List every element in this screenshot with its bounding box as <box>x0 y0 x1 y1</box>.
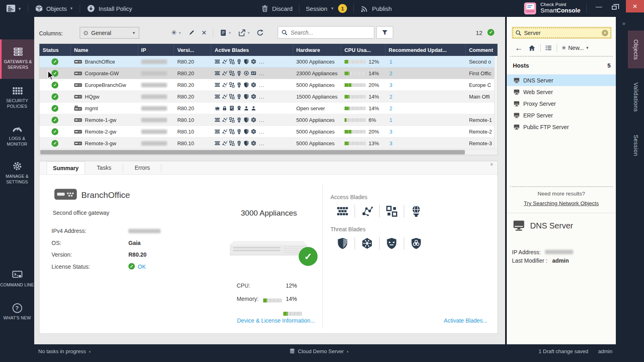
table-row-remote-2-gw[interactable]: ✓ Remote-2-gw R80.10 ... 5000 Appliances… <box>39 126 497 138</box>
recommended-updates-link[interactable]: 2 <box>386 68 466 79</box>
ips-blade-icon <box>244 94 249 99</box>
table-row-corporate-gw[interactable]: ✓ Corporate-GW R80.20 ... 23000 Applianc… <box>39 68 497 79</box>
column-header-recommended-updat[interactable]: Recommended Updat... <box>386 44 466 56</box>
host-item-web-server[interactable]: Web Server <box>507 86 616 98</box>
cpu-usage-bar <box>345 60 365 64</box>
sidebar-item-logs-monitor[interactable]: LOGS & MONITOR <box>0 123 34 147</box>
back-button[interactable]: ← <box>515 43 523 53</box>
discard-button[interactable]: Discard <box>261 4 293 12</box>
columns-profile-dropdown[interactable]: ⊙ General ▼ <box>80 27 139 39</box>
gateway-search[interactable] <box>278 26 374 39</box>
delete-button[interactable]: ✕ <box>201 29 206 37</box>
column-header-comment[interactable]: Comment <box>466 44 497 56</box>
tab-errors[interactable]: Errors <box>123 161 161 174</box>
host-item-erp-server[interactable]: ERP Server <box>507 109 616 121</box>
sidebar-item-security-policies[interactable]: SECURITY POLICIES <box>0 85 34 109</box>
crown-blade-icon <box>215 105 220 111</box>
clear-search-icon[interactable]: ✕ <box>602 30 608 36</box>
app-menu-button[interactable]: ▼ <box>6 3 21 14</box>
objects-search[interactable]: ✕ <box>512 27 611 39</box>
table-row-remote-1-gw[interactable]: ✓ Remote-1-gw R80.10 ... 5000 Appliances… <box>39 114 497 126</box>
collapse-pane-icon[interactable]: » <box>489 163 495 166</box>
recommended-updates-link[interactable]: 3 <box>386 138 466 149</box>
ips-blade-icon <box>244 129 249 134</box>
scripts-button[interactable]: ▼ <box>219 29 232 37</box>
summary-pane: Summary Tasks Errors » BranchOffice Seco… <box>39 161 498 334</box>
publish-button[interactable]: Publish <box>360 4 392 13</box>
tab-validations[interactable]: Validations <box>628 72 644 122</box>
os-label: OS: <box>52 240 61 246</box>
vpn-blade-icon <box>236 140 242 146</box>
install-policy-button[interactable]: Install Policy <box>87 4 132 13</box>
new-star-icon: ✳ <box>171 29 177 37</box>
home-button[interactable] <box>528 44 536 52</box>
table-row-remote-3-gw[interactable]: ✓ Remote-3-gw R80.10 ... 5000 Appliances… <box>39 138 497 149</box>
license-status-value[interactable]: OK <box>138 263 146 270</box>
tasks-status-label: No tasks in progress <box>38 348 86 354</box>
tab-summary[interactable]: Summary <box>47 161 85 174</box>
host-item-public-ftp-server[interactable]: Public FTP Server <box>507 121 616 133</box>
list-view-button[interactable] <box>545 44 552 51</box>
recommended-updates-link[interactable]: 1 <box>386 114 466 125</box>
install-policy-icon <box>87 4 95 13</box>
version-label: Version: <box>52 251 72 258</box>
recommended-updates-link[interactable]: 3 <box>386 79 466 90</box>
export-button[interactable]: ▼ <box>238 29 251 37</box>
activate-blades-link[interactable]: Activate Blades... <box>444 317 487 324</box>
column-header-versi[interactable]: Versi... <box>174 44 211 56</box>
objects-search-input[interactable] <box>524 30 592 36</box>
host-item-proxy-server[interactable]: Proxy Server <box>507 98 616 109</box>
tasks-status[interactable]: No tasks in progress ▲ <box>38 344 91 358</box>
brand-text: Check Point SmartConsole <box>541 2 580 14</box>
new-object-button[interactable]: ✳ New... ▼ <box>561 45 589 51</box>
table-row-hqgw[interactable]: ✓ HQgw R80.20 ... 15000 Appliances 14% 2… <box>39 91 497 103</box>
sidebar-item-whats-new[interactable]: ? WHAT'S NEW <box>0 303 34 321</box>
gateway-icon <box>74 59 82 64</box>
tab-tasks[interactable]: Tasks <box>85 161 123 174</box>
column-header-active-blades[interactable]: Active Blades <box>211 44 293 56</box>
filter-button[interactable] <box>376 26 393 39</box>
recommended-updates-link[interactable]: 1 <box>386 56 466 67</box>
object-detail-title: DNS Server <box>530 221 573 230</box>
tab-objects[interactable]: Objects <box>628 31 644 68</box>
column-header-cpu-usa[interactable]: CPU Usa... <box>341 44 386 56</box>
horizontal-scrollbar[interactable] <box>39 149 497 155</box>
device-license-link[interactable]: Device & License Information... <box>237 317 315 324</box>
sidebar-item-manage-settings[interactable]: MANAGE & SETTINGS <box>0 161 34 185</box>
ip-address-redacted <box>545 250 573 254</box>
logs-blade-icon <box>229 105 235 111</box>
restore-button[interactable] <box>612 6 617 10</box>
tab-session[interactable]: Session <box>628 126 644 165</box>
session-button[interactable]: Session ▼ <box>306 5 334 12</box>
column-header-name[interactable]: Name <box>71 44 138 56</box>
column-header-hardware[interactable]: Hardware <box>293 44 341 56</box>
column-header-ip[interactable]: IP <box>138 44 174 56</box>
table-row-branchoffice[interactable]: ✓ BranchOffice R80.20 ... 3000 Appliance… <box>39 56 497 68</box>
edit-button[interactable] <box>188 29 195 37</box>
recommended-updates-link[interactable]: 2 <box>386 91 466 102</box>
new-button[interactable]: ✳▼ <box>171 29 182 37</box>
sidebar-item-gateways-servers[interactable]: GATEWAYS & SERVERS <box>0 39 34 79</box>
minimize-button[interactable]: — <box>595 3 603 10</box>
search-input[interactable] <box>291 29 363 36</box>
hosts-group-title: Hosts <box>513 62 529 69</box>
close-button[interactable]: ✕ <box>626 0 644 12</box>
expand-panel-icon[interactable]: » <box>622 20 625 27</box>
recommended-updates-link[interactable]: 3 <box>386 126 466 137</box>
table-row-mgmt[interactable]: ✓ mgmt R80.20 Open server 14% 2 <box>39 103 497 114</box>
cpu-value: 12% <box>286 282 297 289</box>
vertical-scrollbar[interactable] <box>494 56 497 149</box>
server-status[interactable]: Cloud Demo Server ▲ <box>289 344 349 358</box>
try-searching-link[interactable]: Try Searching Network Objects <box>507 200 616 206</box>
table-row-europebranchgw[interactable]: ✓ EuropeBranchGw R80.20 ... 5000 Applian… <box>39 79 497 91</box>
session-changes-badge[interactable]: 1 <box>338 4 347 13</box>
host-item-dns-server[interactable]: DNS Server <box>507 74 616 86</box>
recommended-updates-link[interactable]: 2 <box>386 103 466 114</box>
scrollbar-thumb[interactable] <box>40 150 465 154</box>
sidebar-item-command-line[interactable]: COMMAND LINE <box>0 269 34 288</box>
column-header-status[interactable]: Status <box>39 44 71 56</box>
objects-menu-button[interactable]: Objects ▼ <box>35 4 73 13</box>
refresh-button[interactable] <box>256 29 264 37</box>
logged-in-user[interactable]: admin <box>598 344 612 358</box>
ipv4-value-redacted <box>128 229 161 233</box>
